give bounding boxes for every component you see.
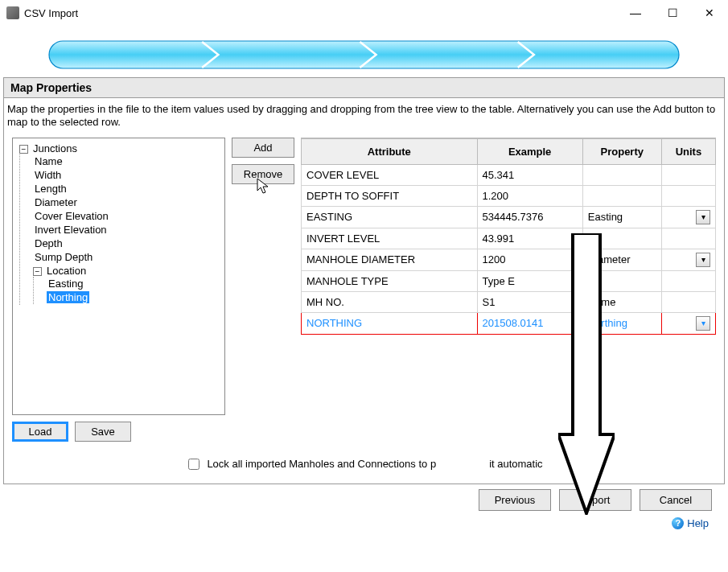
cell-example: 43.991 (477, 228, 582, 249)
cell-units[interactable]: ▾ (661, 206, 715, 228)
tree-item[interactable]: Width (33, 168, 220, 182)
units-dropdown[interactable]: ▾ (696, 210, 710, 224)
table-row[interactable]: MANHOLE DIAMETER1200Diameter▾ (302, 249, 716, 270)
lock-checkbox[interactable] (188, 459, 199, 470)
load-button[interactable]: Load (12, 422, 68, 442)
cell-attribute: EASTING (302, 206, 478, 228)
cell-property[interactable]: Name (582, 291, 661, 312)
wizard-buttons: Previous Import Cancel (0, 484, 728, 516)
cell-example: Type E (477, 270, 582, 291)
tree-item[interactable]: Length (33, 182, 220, 195)
cell-property[interactable]: Easting (582, 206, 661, 228)
tree-toggle-location[interactable]: − (33, 267, 42, 276)
cell-attribute: MANHOLE DIAMETER (302, 249, 478, 270)
previous-button[interactable]: Previous (479, 489, 551, 511)
cell-example: 45.341 (477, 164, 582, 185)
table-row[interactable]: COVER LEVEL45.341 (302, 164, 716, 185)
save-button[interactable]: Save (75, 422, 131, 442)
cell-units[interactable] (661, 228, 715, 249)
col-attribute[interactable]: Attribute (302, 138, 478, 164)
table-row[interactable]: DEPTH TO SOFFIT1.200 (302, 185, 716, 206)
tree-item[interactable]: Name (33, 154, 220, 168)
table-row[interactable]: EASTING534445.7376Easting▾ (302, 206, 716, 228)
cell-property[interactable]: Northing (582, 312, 661, 334)
lock-label-after: it automatic (489, 458, 542, 470)
remove-button[interactable]: Remove (232, 164, 294, 184)
cell-units[interactable] (661, 164, 715, 185)
tree-item[interactable]: Invert Elevation (33, 223, 220, 237)
cell-units[interactable]: ▾ (661, 249, 715, 270)
tree-item[interactable]: Cover Elevation (33, 209, 220, 223)
close-button[interactable]: ✕ (691, 0, 728, 26)
col-property[interactable]: Property (582, 138, 661, 164)
tree-item[interactable]: Diameter (33, 195, 220, 209)
tree-item[interactable]: Easting (47, 277, 220, 290)
cell-example: 201508.0141 (477, 312, 582, 334)
cell-attribute: DEPTH TO SOFFIT (302, 185, 478, 206)
add-button[interactable]: Add (232, 138, 294, 158)
help-link[interactable]: ? Help (0, 516, 728, 529)
mapping-table: Attribute Example Property Units COVER L… (301, 138, 716, 335)
col-units[interactable]: Units (661, 138, 715, 164)
cell-units[interactable] (661, 270, 715, 291)
cell-example: S1 (477, 291, 582, 312)
cell-example: 1.200 (477, 185, 582, 206)
table-row[interactable]: MANHOLE TYPEType E (302, 270, 716, 291)
panel-header: Map Properties (4, 78, 724, 98)
cell-units[interactable] (661, 185, 715, 206)
help-icon: ? (672, 517, 684, 529)
cell-example: 534445.7376 (477, 206, 582, 228)
cell-property[interactable] (582, 164, 661, 185)
maximize-button[interactable]: ☐ (654, 0, 691, 26)
tree-item[interactable]: Depth (33, 237, 220, 250)
window-title: CSV Import (24, 7, 78, 19)
cell-units[interactable]: ▾ (661, 312, 715, 334)
units-dropdown[interactable]: ▾ (696, 253, 710, 267)
app-icon (6, 6, 19, 19)
cancel-button[interactable]: Cancel (640, 489, 712, 511)
cell-attribute: COVER LEVEL (302, 164, 478, 185)
cell-example: 1200 (477, 249, 582, 270)
import-button[interactable]: Import (559, 489, 631, 511)
tree-item[interactable]: Northing (47, 290, 220, 304)
tree-item[interactable]: Sump Depth (33, 250, 220, 264)
table-row[interactable]: NORTHING201508.0141Northing▾ (302, 312, 716, 334)
wizard-progress (48, 40, 680, 69)
cell-attribute: NORTHING (302, 312, 478, 334)
lock-label-before: Lock all imported Manholes and Connectio… (207, 458, 436, 470)
cell-attribute: MH NO. (302, 291, 478, 312)
tree-node-junctions[interactable]: Junctions (31, 142, 79, 154)
units-dropdown[interactable]: ▾ (696, 316, 710, 331)
table-row[interactable]: INVERT LEVEL43.991 (302, 228, 716, 249)
cell-property[interactable] (582, 228, 661, 249)
table-row[interactable]: MH NO.S1Name (302, 291, 716, 312)
panel-description: Map the properties in the file to the it… (4, 98, 724, 131)
cell-property[interactable]: Diameter (582, 249, 661, 270)
tree-node-location[interactable]: −LocationEastingNorthing (33, 264, 220, 305)
properties-tree[interactable]: −Junctions NameWidthLengthDiameterCover … (12, 138, 225, 415)
map-properties-panel: Map Properties Map the properties in the… (3, 77, 725, 484)
cell-attribute: MANHOLE TYPE (302, 270, 478, 291)
cell-attribute: INVERT LEVEL (302, 228, 478, 249)
cell-property[interactable] (582, 270, 661, 291)
col-example[interactable]: Example (477, 138, 582, 164)
cell-property[interactable] (582, 185, 661, 206)
tree-toggle-junctions[interactable]: − (19, 145, 28, 154)
cell-units[interactable] (661, 291, 715, 312)
minimize-button[interactable]: — (617, 0, 654, 26)
titlebar: CSV Import — ☐ ✕ (0, 0, 728, 26)
